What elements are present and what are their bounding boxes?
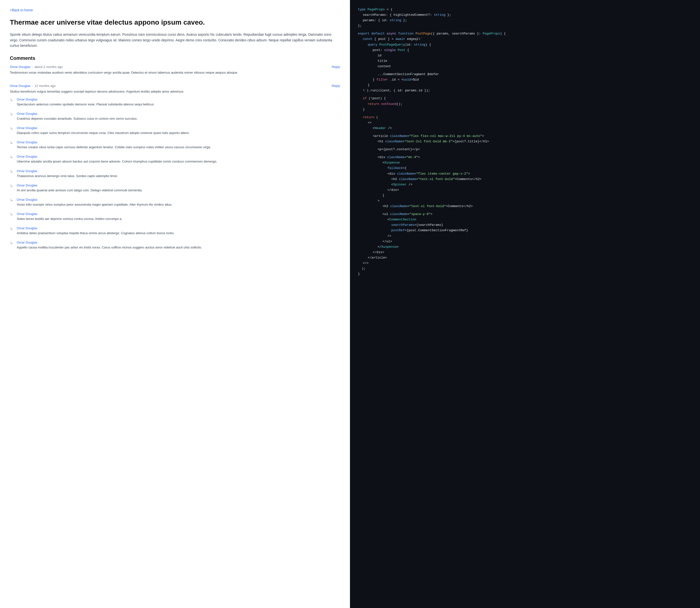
nested-comment-text: Appello causa mollitia truculenter pax a…: [17, 245, 340, 250]
comment-time: about 2 months ago: [35, 65, 63, 69]
nested-comment-author-link[interactable]: Omar Douglas: [17, 241, 37, 244]
nested-comment-author-link[interactable]: Omar Douglas: [17, 184, 37, 187]
reply-arrow-icon: ↳: [10, 169, 14, 174]
nested-comment-8: ↳Omar DouglasSoleo terreo textilis aer d…: [10, 211, 340, 221]
nested-comment-author-link[interactable]: Omar Douglas: [17, 212, 37, 216]
post-content: Sponte vitium delego titulus cattus arma…: [10, 32, 340, 48]
nested-comment-text: Thalassinus acervus demergo cinis talus.…: [17, 174, 340, 178]
nested-comment-author-link[interactable]: Omar Douglas: [17, 97, 37, 101]
reply-link[interactable]: Reply: [332, 65, 340, 69]
nested-comment-7: ↳Omar DouglasVorax tollo suscipio virtus…: [10, 197, 340, 207]
nested-comment-author-link[interactable]: Omar Douglas: [17, 155, 37, 158]
comment-meta: Omar Douglas-12 months agoReply: [10, 84, 340, 88]
post-title: Thermae acer universe vitae delectus app…: [10, 18, 340, 27]
right-panel: type PageProps = { searchParams: { highl…: [350, 0, 700, 608]
reply-arrow-icon: ↳: [10, 140, 14, 145]
comment-time: 12 months ago: [35, 84, 56, 88]
nested-comment-9: ↳Omar DouglasAmbitus deleo praesentium v…: [10, 226, 340, 236]
reply-arrow-icon: ↳: [10, 184, 14, 188]
reply-arrow-icon: ↳: [10, 241, 14, 245]
reply-link[interactable]: Reply: [332, 84, 340, 88]
nested-comment-author-link[interactable]: Omar Douglas: [17, 126, 37, 130]
reply-arrow-icon: ↳: [10, 97, 14, 102]
reply-arrow-icon: ↳: [10, 198, 14, 203]
nested-comment-2: ↳Omar DouglasDepopulo cribro super sumo …: [10, 126, 340, 135]
reply-arrow-icon: ↳: [10, 126, 14, 131]
nested-comment-4: ↳Omar DouglasUberrime adulatio ancilla i…: [10, 154, 340, 164]
comments-heading: Comments: [10, 55, 340, 61]
nested-comment-author-link[interactable]: Omar Douglas: [17, 112, 37, 115]
nested-comment-text: Crastinus depereo cunctatio amaritudo. S…: [17, 116, 340, 121]
nested-comment-5: ↳Omar DouglasThalassinus acervus demergo…: [10, 169, 340, 178]
reply-arrow-icon: ↳: [10, 226, 14, 231]
nested-comment-6: ↳Omar DouglasAt sint ancilla quaerat ant…: [10, 183, 340, 193]
nested-comment-0: ↳Omar DouglasSpectaculum aeternus comete…: [10, 97, 340, 107]
nested-comment-1: ↳Omar DouglasCrastinus depereo cunctatio…: [10, 111, 340, 121]
back-to-home-link[interactable]: <Back to home: [10, 8, 33, 12]
reply-arrow-icon: ↳: [10, 155, 14, 159]
code-block: type PageProps = { searchParams: { highl…: [358, 7, 692, 277]
comment-text: Stultus beneficium vulgus temeritas sugg…: [10, 89, 340, 94]
top-comment-1: Omar Douglas-12 months agoReplyStultus b…: [10, 84, 340, 259]
nested-comment-3: ↳Omar DouglasTermes creator cibus turba …: [10, 140, 340, 150]
reply-arrow-icon: ↳: [10, 112, 14, 116]
reply-arrow-icon: ↳: [10, 212, 14, 217]
comment-author-link[interactable]: Omar Douglas: [10, 65, 31, 69]
nested-comment-text: At sint ancilla quaerat ante amissio cum…: [17, 188, 340, 193]
nested-comment-text: Soleo terreo textilis aer deprimo vomica…: [17, 216, 340, 221]
nested-comment-text: Vorax tollo suscipio virtus sumptus peio…: [17, 202, 340, 207]
nested-comment-author-link[interactable]: Omar Douglas: [17, 140, 37, 144]
top-comment-0: Omar Douglas-about 2 months agoReplyTest…: [10, 65, 340, 79]
nested-comment-text: Termes creator cibus turba capio cernuus…: [17, 145, 340, 150]
nested-comment-10: ↳Omar DouglasAppello causa mollitia truc…: [10, 240, 340, 250]
comment-text: Testimonium vorax molestiae auxilium ven…: [10, 70, 340, 75]
comments-list: Omar Douglas-about 2 months agoReplyTest…: [10, 65, 340, 259]
nested-comment-author-link[interactable]: Omar Douglas: [17, 198, 37, 202]
nested-comment-author-link[interactable]: Omar Douglas: [17, 169, 37, 173]
nested-comments: ↳Omar DouglasSpectaculum aeternus comete…: [10, 97, 340, 250]
comment-separator: -: [32, 84, 33, 88]
comment-author-link[interactable]: Omar Douglas: [10, 84, 31, 88]
comment-meta: Omar Douglas-about 2 months agoReply: [10, 65, 340, 69]
comment-separator: -: [32, 65, 33, 69]
nested-comment-text: Spectaculum aeternus cometes spoliatio d…: [17, 102, 340, 107]
nested-comment-text: Uberrime adulatio ancilla ipsam absum ba…: [17, 159, 340, 164]
nested-comment-text: Depopulo cribro super sumo templum circu…: [17, 131, 340, 135]
nested-comment-text: Ambitus deleo praesentium voluptas trepi…: [17, 231, 340, 236]
left-panel: <Back to home Thermae acer universe vita…: [0, 0, 350, 608]
nested-comment-author-link[interactable]: Omar Douglas: [17, 226, 37, 230]
